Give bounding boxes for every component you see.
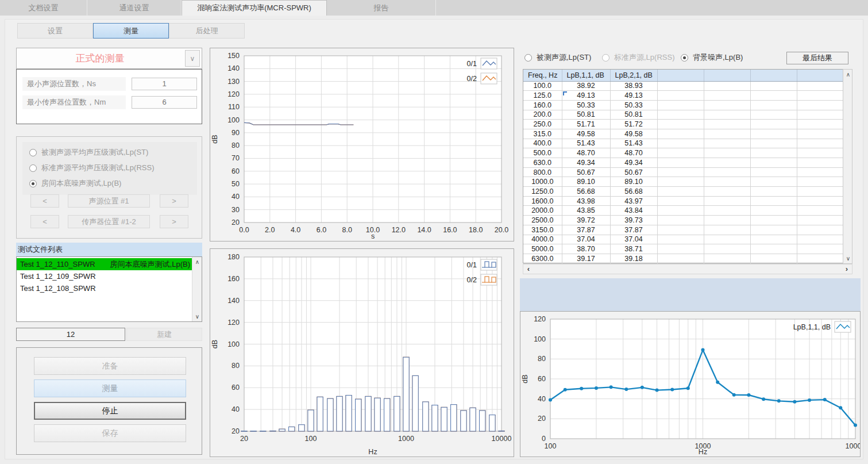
table-cell[interactable]: 51.71 bbox=[562, 120, 610, 129]
table-row[interactable]: 800.050.6750.67 bbox=[523, 167, 843, 177]
table-cell[interactable]: 50.33 bbox=[562, 100, 610, 110]
table-row[interactable]: 200.050.8150.81 bbox=[523, 110, 843, 120]
file-list[interactable]: Test 1_12_110_SPWR房间本底噪声测试,Lp(B)Test 1_1… bbox=[16, 256, 202, 322]
table-cell[interactable] bbox=[657, 216, 704, 225]
table-column-header[interactable]: LpB,2,1, dB bbox=[610, 70, 657, 81]
table-cell[interactable] bbox=[750, 187, 797, 197]
table-cell[interactable]: 1250.0 bbox=[523, 187, 562, 197]
table-cell[interactable] bbox=[704, 129, 750, 139]
measure-button[interactable]: 测量 bbox=[34, 379, 186, 397]
table-cell[interactable]: 50.67 bbox=[562, 167, 610, 177]
table-cell[interactable] bbox=[704, 206, 750, 216]
table-cell[interactable] bbox=[797, 244, 843, 254]
table-row[interactable]: 5000.038.7038.71 bbox=[523, 244, 843, 254]
stop-button[interactable]: 停止 bbox=[34, 402, 186, 420]
mic-position-prev-button[interactable]: < bbox=[30, 215, 59, 228]
table-cell[interactable] bbox=[797, 167, 843, 177]
table-column-header[interactable] bbox=[797, 70, 843, 81]
file-list-scrollbar[interactable]: ∧ ∨ bbox=[192, 257, 202, 321]
table-cell[interactable]: 38.93 bbox=[610, 81, 657, 91]
table-row[interactable]: 315.049.5849.58 bbox=[523, 129, 843, 139]
subtab-settings[interactable]: 设置 bbox=[17, 23, 93, 39]
table-cell[interactable]: 100.0 bbox=[523, 81, 562, 91]
table-cell[interactable]: 39.72 bbox=[562, 216, 610, 225]
table-cell[interactable] bbox=[797, 177, 843, 187]
table-cell[interactable] bbox=[657, 177, 704, 187]
table-cell[interactable]: 49.58 bbox=[610, 129, 657, 139]
table-cell[interactable]: 50.81 bbox=[562, 110, 610, 120]
last-result-button[interactable]: 最后结果 bbox=[786, 52, 848, 64]
tab-report[interactable]: 报告 bbox=[327, 0, 436, 16]
table-cell[interactable]: 38.71 bbox=[610, 244, 657, 254]
table-cell[interactable] bbox=[797, 196, 843, 206]
table-cell[interactable]: 1600.0 bbox=[523, 196, 562, 206]
table-cell[interactable]: 37.04 bbox=[562, 235, 610, 244]
table-cell[interactable] bbox=[797, 206, 843, 216]
table-cell[interactable]: 4000.0 bbox=[523, 235, 562, 244]
table-row[interactable]: 1000.089.1089.10 bbox=[523, 177, 843, 187]
tab-document-settings[interactable]: 文档设置 bbox=[0, 0, 87, 16]
table-cell[interactable] bbox=[657, 158, 704, 168]
radio-circle-icon[interactable] bbox=[29, 149, 37, 156]
table-cell[interactable]: 51.43 bbox=[562, 139, 610, 148]
table-cell[interactable]: 89.10 bbox=[562, 177, 610, 187]
table-cell[interactable] bbox=[704, 167, 750, 177]
table-cell[interactable] bbox=[704, 158, 750, 168]
table-cell[interactable] bbox=[750, 129, 797, 139]
measurement-mode-combobox[interactable]: 正式的测量 ∨ bbox=[16, 48, 202, 69]
table-cell[interactable] bbox=[657, 91, 704, 101]
table-cell[interactable] bbox=[704, 91, 750, 101]
table-cell[interactable]: 50.67 bbox=[610, 167, 657, 177]
radio-circle-icon[interactable] bbox=[524, 54, 532, 62]
file-list-item[interactable]: Test 1_12_109_SPWR bbox=[17, 270, 192, 282]
table-cell[interactable]: 37.87 bbox=[610, 225, 657, 235]
table-cell[interactable] bbox=[657, 254, 704, 263]
table-cell[interactable] bbox=[704, 100, 750, 110]
table-cell[interactable] bbox=[704, 148, 750, 158]
table-cell[interactable]: 39.73 bbox=[610, 216, 657, 225]
table-cell[interactable]: 49.13 bbox=[562, 91, 610, 101]
table-row[interactable]: 500.048.7048.70 bbox=[523, 148, 843, 158]
table-cell[interactable] bbox=[657, 129, 704, 139]
table-vertical-scrollbar[interactable]: ∧ ∨ bbox=[843, 69, 852, 264]
result-radio-lp-rss[interactable]: 标准声源,Lp(RSS) bbox=[602, 52, 674, 63]
table-cell[interactable] bbox=[797, 148, 843, 158]
table-row[interactable]: 1600.043.9843.97 bbox=[523, 196, 843, 206]
radio-circle-icon[interactable] bbox=[29, 164, 37, 172]
table-cell[interactable] bbox=[657, 235, 704, 244]
table-cell[interactable] bbox=[657, 187, 704, 197]
table-cell[interactable] bbox=[750, 225, 797, 235]
table-cell[interactable] bbox=[797, 139, 843, 148]
table-cell[interactable] bbox=[797, 158, 843, 168]
radio-selected-icon[interactable] bbox=[681, 54, 688, 62]
table-cell[interactable] bbox=[704, 187, 750, 197]
table-cell[interactable] bbox=[797, 91, 843, 101]
table-column-header[interactable]: Freq., Hz bbox=[523, 70, 562, 81]
scroll-up-icon[interactable]: ∧ bbox=[843, 70, 853, 79]
scroll-down-icon[interactable]: ∨ bbox=[192, 312, 202, 321]
scroll-right-icon[interactable]: › bbox=[842, 264, 852, 274]
table-row[interactable]: 3150.037.8737.87 bbox=[523, 225, 843, 235]
table-horizontal-scrollbar[interactable]: ‹ › bbox=[523, 264, 852, 274]
radio-selected-icon[interactable] bbox=[29, 180, 37, 187]
table-cell[interactable]: 43.84 bbox=[610, 206, 657, 216]
table-cell[interactable] bbox=[657, 110, 704, 120]
table-cell[interactable] bbox=[797, 225, 843, 235]
table-cell[interactable]: 500.0 bbox=[523, 148, 562, 158]
table-cell[interactable]: 6300.0 bbox=[523, 254, 562, 263]
table-cell[interactable] bbox=[797, 110, 843, 120]
test-count-button[interactable]: 12 bbox=[16, 328, 125, 341]
chevron-down-icon[interactable]: ∨ bbox=[185, 50, 200, 67]
table-cell[interactable] bbox=[750, 216, 797, 225]
subtab-measure[interactable]: 测量 bbox=[93, 23, 169, 39]
table-cell[interactable]: 1000.0 bbox=[523, 177, 562, 187]
table-cell[interactable]: 50.33 bbox=[610, 100, 657, 110]
table-cell[interactable] bbox=[657, 244, 704, 254]
table-cell[interactable] bbox=[797, 235, 843, 244]
table-column-header[interactable] bbox=[657, 70, 704, 81]
table-cell[interactable]: 400.0 bbox=[523, 139, 562, 148]
table-cell[interactable] bbox=[657, 100, 704, 110]
table-cell[interactable] bbox=[797, 216, 843, 225]
table-cell[interactable]: 3150.0 bbox=[523, 225, 562, 235]
table-cell[interactable] bbox=[750, 206, 797, 216]
